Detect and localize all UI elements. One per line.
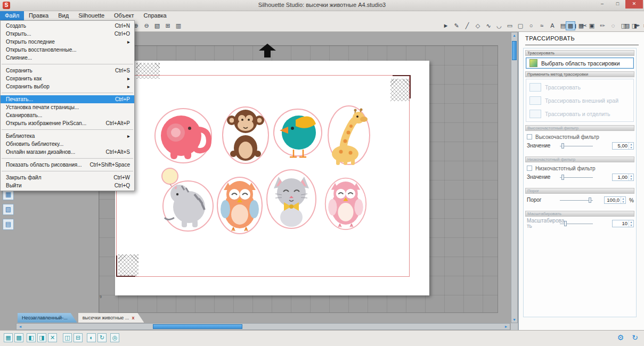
high-pass-checkbox[interactable] <box>527 134 532 139</box>
ellipse-icon[interactable]: ○ <box>526 21 536 30</box>
menu-item-close-file[interactable]: Закрыть файлCtrl+W <box>1 174 134 182</box>
zoom-out-icon[interactable]: ⊖ <box>142 21 151 30</box>
rectangle-icon[interactable]: ▭ <box>505 21 515 30</box>
threshold-slider[interactable] <box>560 197 593 203</box>
slider-thumb[interactable] <box>561 143 564 149</box>
sticker-bird[interactable] <box>272 107 323 160</box>
spin-down-icon[interactable]: ▼ <box>629 177 633 180</box>
scroll-up-icon[interactable]: ▲ <box>511 34 517 37</box>
sticker-monkey[interactable] <box>221 104 270 164</box>
polygon-icon[interactable]: ◇ <box>473 21 483 30</box>
slider-thumb[interactable] <box>561 175 564 180</box>
menu-edit[interactable]: Правка <box>24 11 53 20</box>
design-page[interactable] <box>115 61 429 295</box>
circular-replicate-icon[interactable]: ◎ <box>110 333 119 342</box>
scale-slider[interactable] <box>560 220 593 227</box>
scale-spinner[interactable]: 10 ▲ ▼ <box>612 220 634 227</box>
slider-thumb[interactable] <box>564 221 567 226</box>
duplicate-column-icon[interactable]: ⊟ <box>74 333 83 342</box>
duplicate-left-icon[interactable]: ◧ <box>27 333 36 342</box>
text-icon[interactable]: A <box>548 21 557 30</box>
mirror-icon[interactable]: ◐ <box>87 333 96 342</box>
rotate-copy-icon[interactable]: ↻ <box>97 333 107 342</box>
spin-down-icon[interactable]: ▼ <box>621 200 625 203</box>
low-pass-checkbox[interactable] <box>527 166 532 171</box>
menu-help[interactable]: Справка <box>139 11 172 20</box>
clear-page-icon[interactable]: ▩ <box>14 333 23 342</box>
maximize-button[interactable]: □ <box>610 0 625 9</box>
horizontal-scrollbar[interactable]: ◄ ► <box>16 323 510 330</box>
sticker-elephant[interactable] <box>153 106 216 164</box>
duplicate-row-icon[interactable]: ◫ <box>63 333 72 342</box>
low-pass-value-spinner[interactable]: 1,00 ▲ ▼ <box>612 174 634 181</box>
menu-view[interactable]: Вид <box>53 11 74 20</box>
arc-icon[interactable]: ◡ <box>494 21 504 30</box>
sketch-icon[interactable]: ✏ <box>598 21 607 30</box>
method-trace-and-detach[interactable]: Трассировать и отделить <box>527 107 632 120</box>
high-pass-value-spinner[interactable]: 5,00 ▲ ▼ <box>612 142 634 150</box>
pixscan-icon[interactable]: ▦ <box>576 21 586 30</box>
tab-close-icon[interactable]: x <box>132 315 134 320</box>
select-icon[interactable]: ► <box>441 21 451 30</box>
high-pass-value-slider[interactable] <box>560 143 593 149</box>
spinner-value[interactable]: 10 <box>613 220 629 227</box>
scroll-down-icon[interactable]: ▼ <box>511 318 517 322</box>
minimize-button[interactable]: – <box>594 0 610 9</box>
sticker-cat[interactable] <box>266 168 317 229</box>
menu-item-design-store[interactable]: Онлайн магазин дизайнов...Ctrl+Alt+S <box>1 148 134 156</box>
line-icon[interactable]: ╱ <box>462 21 472 30</box>
edit-points-icon[interactable]: ✎ <box>452 21 461 30</box>
arrow-object[interactable] <box>259 44 276 57</box>
rhinestone-icon[interactable]: ◌ <box>608 21 618 30</box>
shading-panel-icon[interactable]: ▨ <box>622 21 632 30</box>
menu-silhouette[interactable]: Silhouette <box>74 11 109 20</box>
curve-icon[interactable]: ∿ <box>484 21 493 30</box>
spinner-value[interactable]: 100,0 <box>605 197 621 203</box>
drag-zoom-icon[interactable]: ▧ <box>152 21 162 30</box>
layers-icon[interactable]: ▧ <box>3 204 14 215</box>
menu-item-open-pixscan[interactable]: Открыть изображение PixScan...Ctrl+Alt+P <box>1 119 134 127</box>
spinner-value[interactable]: 5,00 <box>613 143 629 149</box>
vertical-scrollbar[interactable]: ▲ ▼ <box>511 32 518 323</box>
menu-item-show-drawing-area[interactable]: Показать область рисования...Ctrl+Shift+… <box>1 161 134 169</box>
settings-gear-icon[interactable]: ⚙ <box>616 333 625 342</box>
fit-page-icon[interactable]: ▥ <box>174 21 183 30</box>
pages-icon[interactable]: ▤ <box>3 219 14 230</box>
rounded-rectangle-icon[interactable]: ▢ <box>516 21 525 30</box>
sticker-zebra-with-balloon[interactable] <box>156 166 214 232</box>
tab-animals[interactable]: высечки животные ...x <box>78 313 144 323</box>
menu-item-print-page-setup[interactable]: Установка печати страницы... <box>1 103 134 111</box>
trace-panel-icon[interactable]: ▩ <box>566 21 575 30</box>
sync-icon[interactable]: ↻ <box>630 333 640 342</box>
sticker-owl-pink[interactable] <box>323 176 368 230</box>
menu-item-refresh-library[interactable]: Обновить библиотеку... <box>1 140 134 148</box>
menu-file[interactable]: Файл <box>0 11 24 20</box>
delete-selection-icon[interactable]: ✕ <box>48 333 57 342</box>
sticker-giraffe[interactable] <box>327 105 371 166</box>
menu-item-save-as[interactable]: Сохранить как▸ <box>1 75 134 83</box>
menu-item-open-recent[interactable]: Открыть последние▸ <box>1 38 134 46</box>
menu-object[interactable]: Объект <box>109 11 138 20</box>
low-pass-value-slider[interactable] <box>560 174 593 180</box>
scroll-left-icon[interactable]: ◄ <box>17 325 23 328</box>
pen-panel-icon[interactable]: ✒ <box>633 21 642 30</box>
pan-icon[interactable]: ⊞ <box>163 21 173 30</box>
menu-item-save-selection[interactable]: Сохранить выбор▸ <box>1 83 134 90</box>
menu-item-print[interactable]: Печатать...Ctrl+P <box>1 95 134 103</box>
method-trace-outer-edge[interactable]: Трассировать внешний край <box>527 94 632 107</box>
duplicate-right-icon[interactable]: ◨ <box>37 333 46 342</box>
slider-thumb[interactable] <box>589 197 591 203</box>
select-trace-area-button[interactable]: Выбрать область трассировки <box>526 57 634 69</box>
freehand-icon[interactable]: ≈ <box>537 21 547 30</box>
menu-item-merge[interactable]: Слияние... <box>1 54 134 62</box>
menu-item-exit[interactable]: ВыйтиCtrl+Q <box>1 182 134 190</box>
spin-down-icon[interactable]: ▼ <box>629 146 633 149</box>
menu-item-scan[interactable]: Сканировать... <box>1 111 134 119</box>
menu-item-open-recovered[interactable]: Открыть восстановленные... <box>1 46 134 54</box>
close-button[interactable]: ✕ <box>625 0 643 9</box>
spinner-value[interactable]: 1,00 <box>613 174 629 180</box>
menu-item-save[interactable]: СохранитьCtrl+S <box>1 67 134 75</box>
fill-page-icon[interactable]: ▦ <box>4 333 13 342</box>
vertical-scroll-thumb[interactable] <box>512 41 517 60</box>
tab-untitled[interactable]: Неозаглавленный-... <box>18 313 77 323</box>
